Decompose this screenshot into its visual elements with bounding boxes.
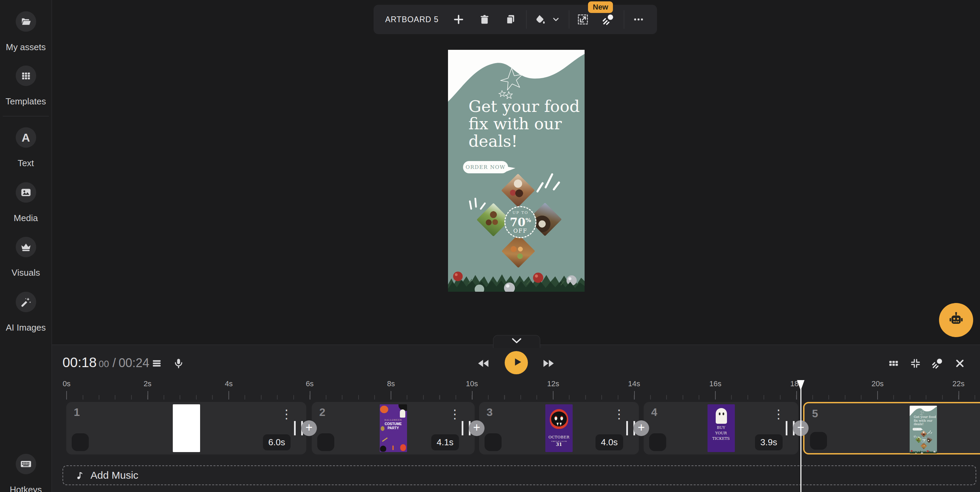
timeline-clip-5-selected[interactable]: 5 Get your food fix with our deals! ORDE…	[803, 402, 980, 454]
fang-art	[557, 423, 558, 426]
transition-slot[interactable]	[317, 433, 334, 451]
clip-duration-badge[interactable]: 6.0s	[263, 434, 291, 451]
sidebar-item-visuals[interactable]: Visuals	[0, 237, 52, 278]
transition-slot[interactable]	[485, 433, 502, 451]
folder-icon	[16, 11, 36, 32]
close-timeline-button[interactable]	[951, 355, 968, 372]
ruler-label: 22s	[952, 379, 964, 388]
sidebar-item-media[interactable]: Media	[0, 182, 52, 224]
resize-artboard-button[interactable]	[574, 10, 592, 29]
ruler-label: 10s	[466, 379, 478, 388]
clip-number: 2	[319, 406, 325, 419]
duplicate-artboard-button[interactable]	[502, 10, 519, 29]
ruler-label: 2s	[143, 379, 151, 388]
add-scene-button[interactable]: +	[301, 421, 317, 436]
add-scene-button[interactable]: +	[633, 421, 649, 436]
clip-menu-button[interactable]: ⋮	[449, 408, 461, 421]
ruler-label: 6s	[305, 379, 313, 388]
ruler-label: 0s	[62, 379, 70, 388]
transition-slot[interactable]	[649, 433, 666, 451]
collapse-timeline-button[interactable]	[493, 335, 540, 348]
sidebar-label: Hotkeys	[10, 484, 42, 492]
clip-number: 1	[74, 406, 80, 419]
sidebar: My assets Templates A Text Media Visuals	[0, 0, 52, 492]
background-fill-button[interactable]	[531, 10, 549, 29]
sidebar-label: Media	[14, 213, 38, 224]
video-editor-app: My assets Templates A Text Media Visuals	[0, 0, 980, 492]
scenes-list-button[interactable]	[148, 355, 165, 372]
text-icon: A	[16, 127, 36, 148]
sidebar-label: Text	[18, 158, 34, 168]
magic-wand-icon	[16, 292, 36, 312]
keyboard-icon	[16, 454, 36, 474]
sidebar-item-hotkeys[interactable]: Hotkeys	[0, 454, 52, 492]
toolbar-divider	[569, 10, 569, 29]
current-frames: 00	[99, 359, 109, 370]
minimize-timeline-button[interactable]	[907, 355, 924, 372]
playhead-line[interactable]	[800, 380, 802, 492]
ai-assistant-button[interactable]	[939, 303, 973, 337]
pumpkin-art	[380, 406, 388, 413]
clip-menu-button[interactable]: ⋮	[280, 408, 293, 421]
timeline-clip-4[interactable]: 4 ⋮ BUY YOUR TICKETS 3.9s	[644, 402, 798, 454]
order-now-button: ORDER NOW	[912, 428, 921, 430]
clip-menu-button[interactable]: ⋮	[772, 408, 785, 421]
cat-eye-art	[555, 416, 557, 421]
clip-menu-button[interactable]: ⋮	[613, 408, 625, 421]
timeline-clip-3[interactable]: 3 ⋮ OCTOBER STARTS AT 9:00 PM 31 4.0s	[479, 402, 639, 454]
sidebar-label: Templates	[5, 96, 46, 107]
add-artboard-button[interactable]	[450, 10, 468, 29]
clip-thumbnail: Get your food fix with our deals! ORDER …	[910, 406, 937, 454]
voiceover-mic-button[interactable]	[170, 355, 187, 372]
timeline-clip-2[interactable]: 2 ⋮ HALLOWEEN COSTUME PARTY 4.1s	[312, 402, 475, 454]
candle-art	[392, 446, 394, 450]
play-icon	[509, 356, 523, 370]
broom-art	[382, 437, 387, 442]
poster-headline: Get your food fix with our deals!	[468, 98, 580, 150]
sidebar-item-my-assets[interactable]: My assets	[0, 11, 52, 52]
cat-art	[380, 446, 386, 452]
thumb-text: TICKETS	[708, 436, 735, 441]
sidebar-item-ai-images[interactable]: AI Images	[0, 292, 52, 333]
owl-art	[400, 444, 406, 451]
fang-art	[560, 423, 562, 426]
sidebar-item-templates[interactable]: Templates	[0, 65, 52, 107]
artboard-toolbar: ARTBOARD 5	[374, 5, 657, 34]
ruler-label: 20s	[872, 379, 883, 388]
transitions-button[interactable]	[929, 355, 946, 372]
add-music-bar[interactable]: Add Music	[62, 465, 976, 485]
play-button[interactable]	[505, 351, 528, 374]
fast-forward-button[interactable]	[540, 355, 557, 372]
timeline-clip-1[interactable]: 1 ⋮ 6.0s	[66, 402, 306, 454]
emphasis-rays	[468, 194, 488, 211]
poster-design: Get your food fix with our deals! ORDER …	[910, 406, 937, 454]
emphasis-rays	[927, 429, 932, 435]
rewind-button[interactable]	[475, 355, 492, 372]
thumb-text: PARTY	[380, 426, 407, 430]
clip-number: 4	[651, 406, 657, 419]
add-scene-button[interactable]: +	[469, 421, 485, 436]
toolbar-divider	[526, 10, 527, 29]
artboard-canvas[interactable]: Get your food fix with our deals! ORDER …	[448, 50, 585, 292]
music-note-icon	[75, 470, 85, 480]
more-options-button[interactable]	[630, 10, 648, 29]
clip-number: 3	[487, 406, 493, 419]
toolbar-divider	[624, 10, 624, 29]
crown-icon	[16, 237, 36, 257]
clip-duration-badge[interactable]: 3.9s	[755, 434, 783, 451]
thumb-text: HALLOWEEN	[380, 419, 407, 421]
transition-slot[interactable]	[810, 432, 827, 450]
scene-grid-view-button[interactable]	[885, 355, 902, 372]
thumb-text: BUY	[708, 425, 735, 430]
food-photo-diamond	[920, 430, 927, 437]
transition-slot[interactable]	[72, 433, 89, 451]
ruler-label: 8s	[387, 379, 395, 388]
total-duration: 00:24	[118, 356, 149, 370]
ghost-art	[400, 409, 405, 417]
clip-duration-badge[interactable]: 4.0s	[595, 434, 623, 451]
clip-duration-badge[interactable]: 4.1s	[431, 434, 459, 451]
delete-artboard-button[interactable]	[476, 10, 493, 29]
chevron-down-icon[interactable]	[550, 10, 562, 29]
discount-badge: UP TO 70% OFF	[921, 437, 928, 444]
sidebar-item-text[interactable]: A Text	[0, 127, 52, 168]
